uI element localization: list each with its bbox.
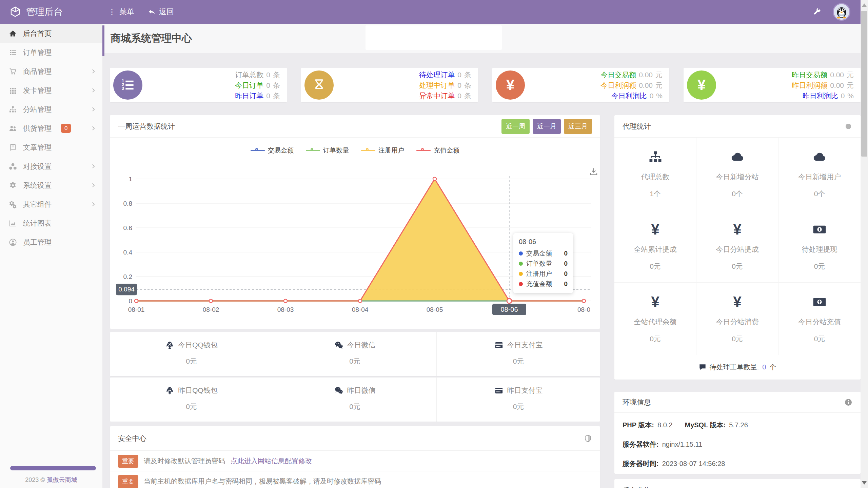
pay-value: 0元 (110, 357, 273, 366)
sidebar-item-settings[interactable]: 系统设置 (0, 176, 102, 195)
security-alert: 重要 请及时修改默认管理员密码 点此进入网站信息配置修改 (110, 451, 600, 471)
pay-value: 0元 (273, 402, 436, 411)
svg-text:0: 0 (129, 298, 132, 305)
yesterday-payments: 昨日QQ钱包 0元 昨日微信 0元 昨日支付宝 0元 (110, 378, 600, 422)
range-month-button[interactable]: 近一月 (533, 119, 561, 134)
scrollbar-thumb[interactable] (861, 11, 867, 157)
download-chart-icon[interactable] (589, 167, 598, 176)
agent-cell-new-users: 今日新增用户 0个 (778, 138, 861, 210)
copyright-brand[interactable]: 孤傲云商城 (47, 476, 77, 483)
agent-stats-title: 代理统计 (623, 122, 651, 131)
app-title: 管理后台 (26, 6, 63, 18)
range-quarter-button[interactable]: 近三月 (564, 119, 592, 134)
app-brand[interactable]: 管理后台 (0, 6, 102, 18)
users-icon (9, 124, 17, 133)
stat-row: 昨日利润比0% (792, 90, 854, 101)
pay-cell-qq-yesterday: 昨日QQ钱包 0元 (110, 378, 273, 422)
env-row-time: 服务器时间:2023-08-07 14:56:28 (623, 454, 852, 473)
sidebar-item-orders[interactable]: 订单管理 (0, 43, 102, 62)
env-row-versions: PHP 版本:8.0.2 MySQL 版本:5.7.26 (623, 415, 852, 435)
count-badge: 0 (61, 124, 71, 133)
chart-legend: 交易金额 订单数量 注册用户 充值金额 (116, 138, 594, 159)
svg-text:08-01: 08-01 (128, 306, 145, 313)
svg-text:0.2: 0.2 (123, 273, 132, 280)
stat-card-orders: 订单总数0条 今日订单0条 昨日订单0条 (110, 68, 287, 102)
svg-text:08-04: 08-04 (352, 306, 369, 313)
sidebar-item-label: 员工管理 (23, 238, 52, 247)
sitemap-icon (9, 105, 17, 114)
sidebar-item-label: 发卡管理 (23, 86, 52, 95)
chevron-right-icon (91, 106, 96, 112)
stat-card-yesterday-revenue: ¥ 昨日交易额0.00元 昨日利润额0.00元 昨日利润比0% (684, 68, 861, 102)
sidebar-item-components[interactable]: 其它组件 (0, 195, 102, 214)
info-icon (844, 398, 852, 406)
agent-cell-agent-balance: ¥ 全站代理余额 0元 (614, 283, 696, 355)
back-label: 返回 (159, 7, 174, 17)
copyright-year: 2023 © (25, 476, 45, 483)
alert-text: 请及时修改默认管理员密码 (144, 456, 225, 466)
cloud-icon (812, 150, 827, 164)
chevron-right-icon (91, 201, 96, 207)
comment-icon (699, 363, 706, 371)
svg-text:08-0: 08-0 (577, 306, 590, 313)
notice-card: 后台公告 (614, 479, 861, 488)
sidebar-item-label: 后台首页 (23, 29, 52, 38)
security-alert: 重要 当前主机的数据库用户名与密码相同，极易被黑客破解，请及时修改数据库密码 (110, 471, 600, 488)
back-button[interactable]: 返回 (148, 7, 174, 17)
grid-icon (9, 86, 17, 95)
legend-item[interactable]: 交易金额 (251, 146, 294, 155)
cart-icon (9, 67, 17, 76)
sidebar-item-products[interactable]: 商品管理 (0, 62, 102, 81)
menu-toggle[interactable]: ⋮ 菜单 (108, 7, 134, 17)
sidebar-item-substations[interactable]: 分站管理 (0, 100, 102, 119)
sidebar-item-statistics[interactable]: 统计图表 (0, 214, 102, 232)
credit-card-icon (494, 341, 504, 350)
sitemap-icon (648, 150, 663, 164)
legend-item[interactable]: 充值金额 (416, 146, 459, 155)
env-row-server: 服务器软件:nginx/1.15.11 (623, 435, 852, 454)
sidebar-item-label: 统计图表 (23, 219, 52, 228)
stat-row: 订单总数0条 (235, 69, 280, 80)
qq-icon (165, 386, 174, 395)
config-link[interactable]: 点此进入网站信息配置修改 (231, 456, 312, 466)
scrollbar-down-arrow[interactable] (862, 481, 867, 485)
legend-item[interactable]: 订单数量 (306, 146, 349, 155)
agent-cell-total-commission: ¥ 全站累计提成 0元 (614, 210, 696, 283)
sidebar-item-integrations[interactable]: 对接设置 (0, 157, 102, 176)
pending-tickets-unit: 个 (769, 363, 776, 372)
sidebar-item-home[interactable]: 后台首页 (0, 24, 102, 43)
svg-text:08-05: 08-05 (427, 306, 443, 313)
yen-icon: ¥ (614, 295, 696, 309)
sidebar-item-label: 对接设置 (23, 162, 52, 171)
chevron-right-icon (91, 125, 96, 131)
page-title: 商城系统管理中心 (111, 32, 192, 45)
wrench-icon[interactable] (812, 7, 821, 16)
sidebar-item-articles[interactable]: 文章管理 (0, 138, 102, 157)
stat-row: 昨日交易额0.00元 (792, 69, 854, 80)
chart-tooltip: 08-06 交易金额0 订单数量0 注册用户0 充值金额0 (513, 233, 573, 293)
avatar[interactable] (833, 3, 850, 21)
cube-logo-icon (9, 6, 21, 18)
range-week-button[interactable]: 近一周 (501, 119, 530, 134)
pay-cell-alipay-today: 今日支付宝 0元 (437, 332, 600, 376)
notice-header: 后台公告 (614, 479, 861, 488)
legend-item[interactable]: 注册用户 (361, 146, 404, 155)
chart-title: 一周运营数据统计 (118, 122, 175, 131)
notice-title: 后台公告 (623, 486, 651, 488)
scrollbar-up-arrow[interactable] (862, 3, 867, 7)
sidebar-item-label: 系统设置 (23, 181, 52, 190)
sidebar-item-suppliers[interactable]: 供货管理 0 (0, 119, 102, 138)
page-scrollbar[interactable] (861, 0, 868, 488)
money-icon (812, 222, 827, 237)
chart-card-header: 一周运营数据统计 近一周 近一月 近三月 (110, 115, 600, 138)
shield-icon (584, 434, 592, 443)
sidebar-item-staff[interactable]: 员工管理 (0, 233, 102, 251)
list-icon (9, 48, 17, 57)
sidebar-item-label: 订单管理 (23, 48, 52, 57)
sidebar-scrollbar-thumb[interactable] (102, 25, 104, 56)
series-dot (519, 272, 523, 276)
sidebar-item-cards[interactable]: 发卡管理 (0, 81, 102, 100)
stat-row: 昨日利润额0.00元 (792, 80, 854, 90)
order-total-icon (113, 70, 142, 100)
credit-card-icon (494, 386, 504, 395)
